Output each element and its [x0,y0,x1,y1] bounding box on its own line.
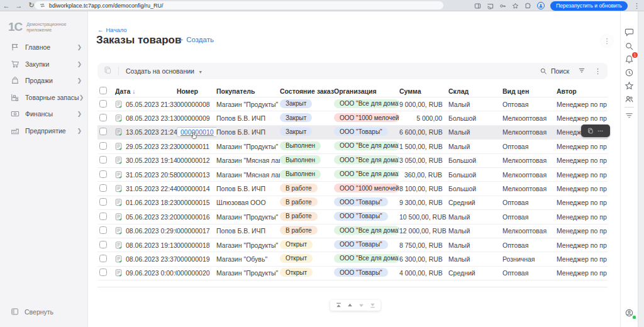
chat-icon[interactable] [625,28,635,38]
column-header-status[interactable]: Состояние заказа [280,87,334,95]
extensions-icon[interactable] [525,3,531,9]
order-number[interactable]: 000000014 [177,185,210,192]
column-header-sum[interactable]: Сумма [399,87,448,95]
column-header-warehouse[interactable]: Склад [448,87,502,95]
row-checkbox[interactable] [99,198,107,206]
row-checkbox[interactable] [99,156,107,164]
order-number[interactable]: 000000011 [177,143,209,150]
toolbar-divider [118,67,119,75]
table-row[interactable]: 29.05.2023 23:23:40 000000011 Магазин "П… [97,140,608,153]
copy-icon[interactable] [587,128,594,134]
sum-cell: 8 100,00, RUB [399,185,448,192]
sidebar-item-zakupki[interactable]: Закупки❯ [0,56,88,73]
sidebar-item-prodazhi[interactable]: Продажи❯ [0,72,88,89]
profile-avatar[interactable] [537,2,545,9]
browser-menu-icon[interactable]: ⋮ [633,2,640,10]
table-row[interactable]: 05.06.2023 23:20:18 000000016 Магазин "П… [97,210,608,224]
order-number[interactable]: 000000015 [177,199,210,206]
table-row[interactable]: 01.06.2023 18:23:50 000000015 Шлюзовая О… [97,196,608,210]
bookmark-star-icon[interactable] [512,3,519,9]
copy-icon[interactable] [104,65,112,77]
org-badge: ООО "Товары" [334,197,388,206]
order-number[interactable]: 000000017 [177,227,210,235]
row-checkbox[interactable] [99,184,107,192]
table-row[interactable]: 09.06.2023 0:00:00 000000020 Магазин "Пр… [97,267,608,280]
order-number[interactable]: 000000013 [177,171,210,179]
filter-icon[interactable] [578,65,586,77]
sidebar-collapse-button[interactable]: Свернуть [11,308,53,316]
row-checkbox[interactable] [99,128,107,135]
support-icon[interactable] [625,308,635,318]
order-number[interactable]: 000000009 [177,114,210,122]
row-checkbox[interactable] [99,269,107,276]
org-badge: ООО "Все для дома" [334,170,399,179]
column-header-number[interactable]: Номер [177,87,216,95]
column-header-author[interactable]: Автор [557,87,607,95]
column-header-date[interactable]: Дата↓ [115,87,177,95]
order-number[interactable]: 000000019 [177,255,210,263]
history-icon[interactable] [625,68,635,78]
row-checkbox[interactable] [99,226,107,234]
address-bar[interactable]: bdiworkplace.tc7app.com/democonfig/ru_RU… [35,1,443,9]
toolbar-menu-icon[interactable]: ⋮ [594,67,601,75]
favorites-star-icon[interactable] [625,81,635,91]
table-row[interactable]: 08.06.2023 19:13:38 000000018 Магазин "П… [97,238,608,252]
table-row[interactable]: 05.05.2023 21:33:50 000000008 Магазин "П… [97,97,608,111]
table-row[interactable]: 08.06.2023 23:37:46 000000019 Магазин "О… [97,252,608,266]
status-badge: В работе [280,212,318,221]
create-based-on-dropdown[interactable]: Создать на основании ▾ [126,67,202,75]
table-row[interactable]: 08.05.2023 23:13:38 000000009 Попов Б.В.… [97,111,608,125]
row-checkbox[interactable] [99,170,107,178]
reading-list-icon[interactable] [474,3,481,9]
order-number[interactable]: 000000010 [177,127,216,137]
table-row[interactable]: 08.06.2023 0:29:03 000000017 Попов Б.В. … [97,224,608,238]
column-header-buyer[interactable]: Покупатель [216,87,280,95]
row-checkbox[interactable] [99,241,107,248]
cast-icon[interactable] [487,3,494,9]
search-icon[interactable] [625,42,635,52]
forward-icon[interactable]: → [13,2,25,9]
search-button[interactable]: Поиск [540,67,569,75]
order-number[interactable]: 000000020 [177,269,210,277]
row-checkbox[interactable] [99,100,107,108]
order-number[interactable]: 000000008 [177,101,210,108]
row-checkbox[interactable] [99,114,107,121]
select-all-checkbox[interactable] [99,87,107,94]
back-icon[interactable]: ← [0,2,13,9]
table-row[interactable]: 30.05.2023 19:14:03 000000012 Магазин "М… [97,154,608,168]
column-header-org[interactable]: Организация [334,87,399,95]
row-checkbox[interactable] [99,142,107,150]
row-checkbox[interactable] [99,255,107,262]
order-number[interactable]: 000000016 [177,213,210,221]
row-actions-popup[interactable]: ⋯ [581,125,610,137]
sidebar-item-tovarnye-zapasy[interactable]: Товарные запасы❯ [0,89,88,106]
notifications-bell-icon[interactable]: 1 [625,55,635,65]
row-checkbox[interactable] [99,213,107,220]
key-icon[interactable] [499,3,506,9]
filter-icon[interactable] [625,111,635,121]
chevron-right-icon: ❯ [77,44,82,50]
table-row[interactable]: 31.05.2023 22:44:28 000000014 Попов Б.В.… [97,182,608,196]
go-last-button[interactable] [369,302,376,309]
restart-update-button[interactable]: Перезапустить и обновить [550,1,628,11]
sidebar-item-predpriyatie[interactable]: Предприятие❯ [0,123,88,140]
sidebar-item-finansy[interactable]: Финансы❯ [0,106,88,123]
go-next-button[interactable] [358,302,365,309]
go-prev-button[interactable] [347,302,353,309]
warehouse-cell: Малый [448,101,502,108]
sidebar-item-glavnoe[interactable]: Главное❯ [0,39,88,56]
scrollbar-track[interactable] [638,11,644,327]
order-number[interactable]: 000000018 [177,241,210,249]
site-info-icon[interactable] [39,2,46,9]
table-row[interactable]: 31.05.2023 20:58:38 000000013 Магазин "М… [97,168,608,182]
create-button[interactable]: + Создать [178,36,214,43]
status-badge: В работе [280,184,318,192]
users-icon[interactable] [625,94,635,104]
go-first-button[interactable] [335,302,342,309]
breadcrumb[interactable]: ← Начало [97,26,127,33]
column-header-price-type[interactable]: Вид цен [502,87,557,95]
order-number[interactable]: 000000012 [177,157,210,164]
table-row[interactable]: 13.05.2023 21:24:18 000000010 Попов Б.В.… [97,126,608,140]
page-menu-icon[interactable]: ⋮ [601,35,613,47]
more-actions-icon[interactable]: ⋯ [597,129,604,133]
